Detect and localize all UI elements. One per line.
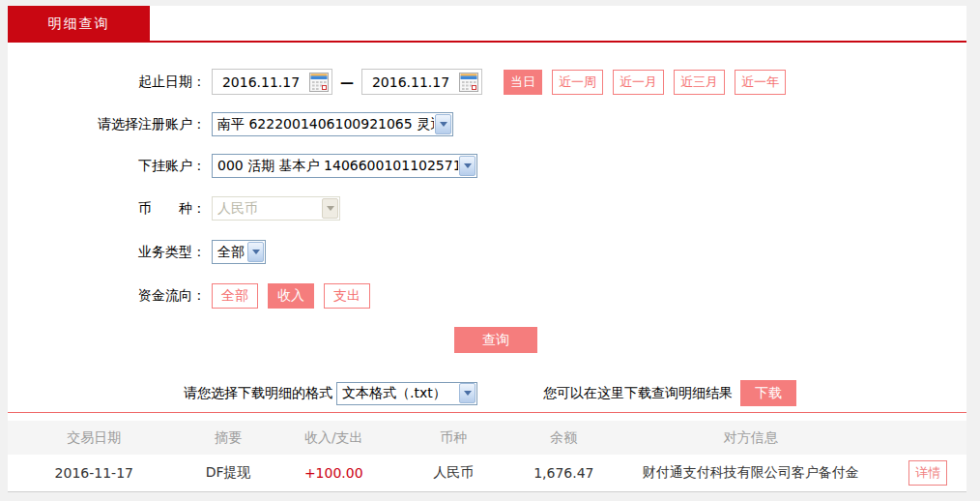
sub-account-label: 下挂账户： [8, 158, 206, 175]
fund-flow-label: 资金流向： [8, 287, 206, 305]
header-currency: 币种 [391, 429, 516, 447]
registered-account-row: 请选择注册账户： 南平 6222001406100921065 灵通卡 [8, 112, 966, 136]
date-from-input[interactable]: 2016.11.17 [212, 69, 332, 95]
date-range-row: 起止日期： 2016.11.17 — 2016.11.17 [8, 69, 966, 95]
registered-account-select[interactable]: 南平 6222001406100921065 灵通卡 [212, 112, 453, 136]
date-to-value: 2016.11.17 [362, 74, 459, 90]
flow-expense-button[interactable]: 支出 [324, 283, 370, 309]
table-header-row: 交易日期 摘要 收入/支出 币种 余额 对方信息 [8, 421, 966, 455]
registered-account-value: 南平 6222001406100921065 灵通卡 [213, 116, 434, 133]
download-hint: 您可以在这里下载查询明细结果 [543, 385, 733, 402]
cell-summary: DF提现 [181, 464, 276, 482]
download-format-value: 文本格式（.txt） [337, 385, 458, 402]
cell-balance: 1,676.47 [516, 465, 612, 481]
sub-account-value: 000 活期 基本户 1406600101102571848 [213, 158, 458, 175]
cell-amount: +100.00 [276, 465, 391, 481]
quick-range-quarter-button[interactable]: 近三月 [674, 70, 725, 95]
date-separator: — [340, 74, 354, 90]
date-range-label: 起止日期： [8, 74, 206, 91]
calendar-icon[interactable] [309, 73, 329, 92]
tab-detail-query[interactable]: 明细查询 [8, 6, 150, 43]
download-button[interactable]: 下载 [740, 380, 796, 406]
cell-currency: 人民币 [391, 464, 516, 482]
query-button[interactable]: 查询 [454, 327, 537, 353]
quick-range-year-button[interactable]: 近一年 [735, 70, 786, 95]
download-row: 请您选择下载明细的格式 文本格式（.txt） 您可以在这里下载查询明细结果 下载 [8, 380, 966, 406]
cell-action: 详情 [890, 460, 966, 486]
business-type-label: 业务类型： [8, 244, 206, 261]
currency-value: 人民币 [213, 200, 321, 218]
section-divider [8, 412, 966, 413]
fund-flow-row: 资金流向： 全部 收入 支出 [8, 283, 966, 309]
header-balance: 余额 [516, 429, 612, 447]
chevron-down-icon [459, 383, 476, 403]
business-type-row: 业务类型： 全部 [8, 240, 966, 264]
currency-select: 人民币 [212, 196, 340, 221]
calendar-icon[interactable] [459, 73, 478, 92]
results-table: 交易日期 摘要 收入/支出 币种 余额 对方信息 2016-11-17 DF提现… [8, 421, 966, 492]
business-type-value: 全部 [213, 244, 246, 261]
sub-account-row: 下挂账户： 000 活期 基本户 1406600101102571848 [8, 154, 966, 178]
download-format-label: 请您选择下载明细的格式 [184, 385, 332, 402]
quick-range-month-button[interactable]: 近一月 [613, 70, 664, 95]
business-type-select[interactable]: 全部 [212, 240, 266, 264]
cell-counterparty: 财付通支付科技有限公司客户备付金 [612, 464, 890, 482]
sub-account-select[interactable]: 000 活期 基本户 1406600101102571848 [212, 154, 477, 178]
quick-range-week-button[interactable]: 近一周 [552, 70, 603, 95]
header-income-expense: 收入/支出 [276, 429, 391, 447]
table-row: 2016-11-17 DF提现 +100.00 人民币 1,676.47 财付通… [8, 455, 966, 492]
tab-bar: 明细查询 [8, 6, 966, 43]
date-to-input[interactable]: 2016.11.17 [361, 69, 482, 95]
detail-button[interactable]: 详情 [908, 460, 947, 486]
date-from-value: 2016.11.17 [213, 74, 309, 90]
cell-trade-date: 2016-11-17 [8, 465, 181, 481]
flow-all-button[interactable]: 全部 [212, 283, 258, 309]
currency-label: 币 种： [8, 200, 206, 218]
header-trade-date: 交易日期 [8, 429, 181, 447]
detail-query-panel: 明细查询 起止日期： 2016.11.17 — 2016.11.17 [8, 6, 966, 492]
registered-account-label: 请选择注册账户： [8, 116, 206, 133]
currency-row: 币 种： 人民币 [8, 196, 966, 221]
tab-label: 明细查询 [48, 15, 110, 33]
chevron-down-icon [322, 198, 338, 219]
quick-range-today-button[interactable]: 当日 [504, 70, 542, 95]
header-counterparty: 对方信息 [612, 429, 890, 447]
chevron-down-icon [435, 114, 451, 134]
header-summary: 摘要 [181, 429, 276, 447]
download-format-select[interactable]: 文本格式（.txt） [336, 382, 477, 405]
chevron-down-icon [247, 242, 264, 262]
chevron-down-icon [459, 156, 476, 176]
flow-income-button[interactable]: 收入 [268, 283, 314, 309]
